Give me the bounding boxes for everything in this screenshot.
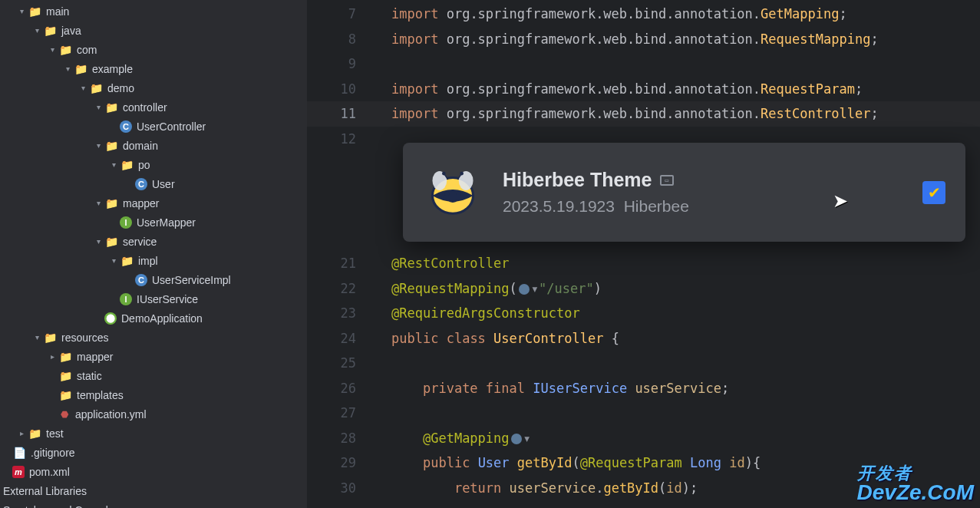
line-number bbox=[307, 176, 368, 202]
tree-label: example bbox=[92, 63, 133, 75]
tree-package-controller[interactable]: ▾📁controller bbox=[0, 97, 307, 117]
folder-icon: 📁 bbox=[28, 427, 41, 440]
tree-label: java bbox=[61, 25, 81, 37]
tree-folder-java[interactable]: ▾📁java bbox=[0, 21, 307, 40]
tree-folder-test[interactable]: ▸📁test bbox=[0, 424, 307, 443]
line-number: 22 bbox=[307, 276, 368, 302]
tree-interface-usermapper[interactable]: IUserMapper bbox=[0, 213, 307, 232]
tree-external-libraries[interactable]: External Libraries bbox=[0, 481, 307, 500]
folder-icon: 📁 bbox=[58, 350, 72, 364]
line-number-gutter: 7 8 9 10 11 12 21 22 23 24 25 26 27 28 2… bbox=[307, 0, 368, 508]
package-icon: 📁 bbox=[104, 235, 118, 249]
package-icon: 📁 bbox=[104, 139, 118, 153]
mouse-cursor-icon: ➤ bbox=[833, 190, 848, 212]
plugin-title: Hiberbee Theme bbox=[503, 169, 652, 191]
spring-boot-icon: ⬤ bbox=[104, 312, 117, 325]
popup-body: Hiberbee Theme▭ 2023.5.19.1923 Hiberbee bbox=[503, 169, 922, 216]
chevron-right-icon: ▸ bbox=[15, 429, 28, 437]
tree-file-application-yml[interactable]: ⬣application.yml bbox=[0, 404, 307, 424]
tree-package-po[interactable]: ▾📁po bbox=[0, 155, 307, 174]
code-area[interactable]: import org.springframework.web.bind.anno… bbox=[368, 0, 980, 508]
web-icon[interactable] bbox=[511, 434, 522, 444]
tree-class-demoapplication[interactable]: ⬤DemoApplication bbox=[0, 308, 307, 328]
line-number bbox=[307, 201, 368, 226]
line-number: 25 bbox=[307, 351, 368, 376]
tree-folder-templates[interactable]: 📁templates bbox=[0, 385, 307, 404]
tree-package-example[interactable]: ▾📁example bbox=[0, 59, 307, 78]
class-icon: C bbox=[120, 120, 132, 133]
details-pill-icon: ▭ bbox=[660, 175, 674, 186]
package-icon: 📁 bbox=[104, 196, 118, 210]
tree-label: com bbox=[77, 44, 97, 56]
file-icon: 📄 bbox=[12, 446, 26, 460]
tree-package-demo[interactable]: ▾📁demo bbox=[0, 78, 307, 97]
tree-label: mapper bbox=[123, 197, 159, 209]
tree-label: DemoApplication bbox=[121, 312, 203, 325]
tree-label: demo bbox=[107, 82, 134, 94]
line-number: 21 bbox=[307, 251, 368, 276]
yaml-icon: ⬣ bbox=[58, 408, 71, 421]
folder-icon: 📁 bbox=[28, 5, 41, 18]
code-editor[interactable]: 7 8 9 10 11 12 21 22 23 24 25 26 27 28 2… bbox=[307, 0, 980, 508]
tree-package-service[interactable]: ▾📁service bbox=[0, 232, 307, 251]
tree-label: .gitignore bbox=[31, 447, 75, 459]
chevron-down-icon: ▾ bbox=[107, 256, 120, 265]
tree-label: resources bbox=[61, 332, 108, 344]
tree-folder-static[interactable]: 📁static bbox=[0, 366, 307, 385]
tree-package-domain[interactable]: ▾📁domain bbox=[0, 136, 307, 155]
tree-class-user[interactable]: CUser bbox=[0, 174, 307, 193]
tree-file-gitignore[interactable]: 📄.gitignore bbox=[0, 443, 307, 462]
tree-label: User bbox=[152, 178, 175, 190]
line-number: 11 bbox=[307, 101, 368, 127]
chevron-down-icon: ▾ bbox=[92, 141, 104, 150]
watermark-line: 开发者 bbox=[857, 465, 974, 482]
tree-label: pom.xml bbox=[29, 466, 70, 478]
tree-class-userserviceimpl[interactable]: CUserServiceImpl bbox=[0, 270, 307, 289]
tree-label: UserMapper bbox=[137, 216, 196, 229]
tree-package-impl[interactable]: ▾📁impl bbox=[0, 251, 307, 270]
tree-label: Scratches and Consoles bbox=[3, 504, 120, 509]
tree-interface-iuserservice[interactable]: IIUserService bbox=[0, 289, 307, 308]
chevron-down-icon: ▾ bbox=[31, 26, 43, 35]
chevron-down-icon: ▾ bbox=[77, 84, 89, 92]
line-number: 26 bbox=[307, 376, 368, 401]
chevron-down-icon: ▾ bbox=[46, 45, 58, 54]
tree-file-pom-xml[interactable]: mpom.xml bbox=[0, 462, 307, 481]
chevron-down-icon: ▾ bbox=[15, 7, 28, 15]
class-icon: C bbox=[135, 178, 147, 190]
folder-icon: 📁 bbox=[43, 331, 57, 345]
plugin-version: 2023.5.19.1923 bbox=[503, 197, 615, 215]
folder-icon: 📁 bbox=[43, 24, 57, 38]
package-icon: 📁 bbox=[89, 81, 103, 95]
tree-folder-resources[interactable]: ▾📁resources bbox=[0, 328, 307, 347]
chevron-right-icon: ▸ bbox=[46, 352, 58, 361]
interface-icon: I bbox=[120, 216, 132, 229]
plugin-enabled-checkbox[interactable]: ✔ bbox=[922, 181, 945, 204]
watermark-line: DevZe.CoM bbox=[857, 482, 974, 503]
folder-icon: 📁 bbox=[58, 388, 72, 402]
svg-point-2 bbox=[444, 191, 449, 196]
line-number bbox=[307, 151, 368, 176]
tree-package-mapper[interactable]: ▾📁mapper bbox=[0, 193, 307, 213]
line-number: 29 bbox=[307, 450, 368, 476]
project-tree[interactable]: ▾📁main ▾📁java ▾📁com ▾📁example ▾📁demo ▾📁c… bbox=[0, 0, 307, 508]
tree-label: UserController bbox=[137, 120, 206, 133]
package-icon: 📁 bbox=[74, 62, 87, 76]
tree-scratches-consoles[interactable]: Scratches and Consoles bbox=[0, 500, 307, 508]
bee-logo-icon bbox=[423, 163, 483, 223]
plugin-popup[interactable]: Hiberbee Theme▭ 2023.5.19.1923 Hiberbee … bbox=[403, 143, 965, 242]
line-number: 7 bbox=[307, 2, 368, 27]
tree-folder-mapper-res[interactable]: ▸📁mapper bbox=[0, 347, 307, 366]
interface-icon: I bbox=[120, 293, 132, 305]
package-icon: 📁 bbox=[120, 254, 134, 268]
plugin-vendor: Hiberbee bbox=[624, 197, 689, 215]
web-icon[interactable] bbox=[519, 284, 530, 295]
tree-label: test bbox=[46, 427, 64, 440]
tree-label: UserServiceImpl bbox=[152, 274, 231, 286]
class-icon: C bbox=[135, 274, 147, 286]
tree-package-com[interactable]: ▾📁com bbox=[0, 40, 307, 59]
tree-folder-main[interactable]: ▾📁main bbox=[0, 2, 307, 21]
tree-class-usercontroller[interactable]: CUserController bbox=[0, 117, 307, 136]
maven-icon: m bbox=[12, 466, 25, 478]
chevron-down-icon: ▾ bbox=[31, 333, 43, 341]
